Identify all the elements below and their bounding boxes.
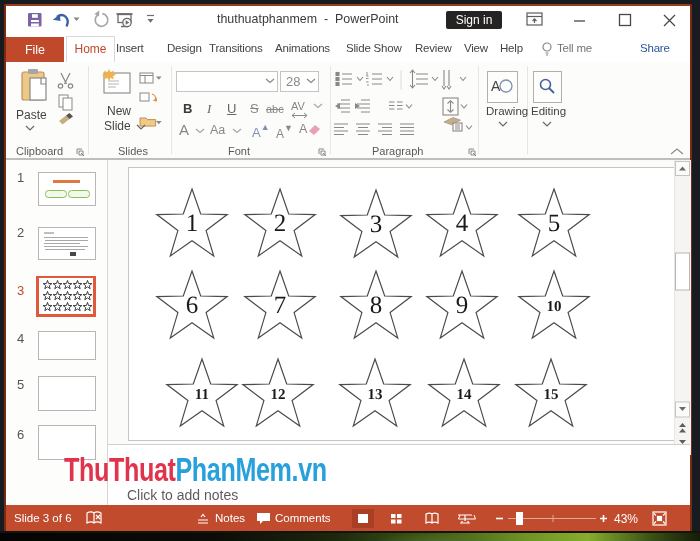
svg-text:8: 8: [370, 291, 383, 318]
svg-text:3: 3: [370, 210, 383, 237]
svg-text:10: 10: [546, 298, 561, 314]
svg-text:4: 4: [456, 209, 469, 236]
svg-text:2: 2: [274, 209, 287, 236]
svg-text:14: 14: [456, 386, 472, 402]
svg-text:11: 11: [195, 386, 209, 402]
svg-text:7: 7: [274, 291, 287, 318]
svg-text:1: 1: [186, 209, 199, 236]
svg-text:12: 12: [270, 386, 285, 402]
svg-text:9: 9: [456, 291, 469, 318]
svg-text:6: 6: [186, 291, 199, 318]
svg-text:13: 13: [367, 386, 382, 402]
svg-text:43%: 43%: [614, 512, 638, 526]
svg-text:15: 15: [543, 386, 558, 402]
svg-text:5: 5: [548, 209, 561, 236]
